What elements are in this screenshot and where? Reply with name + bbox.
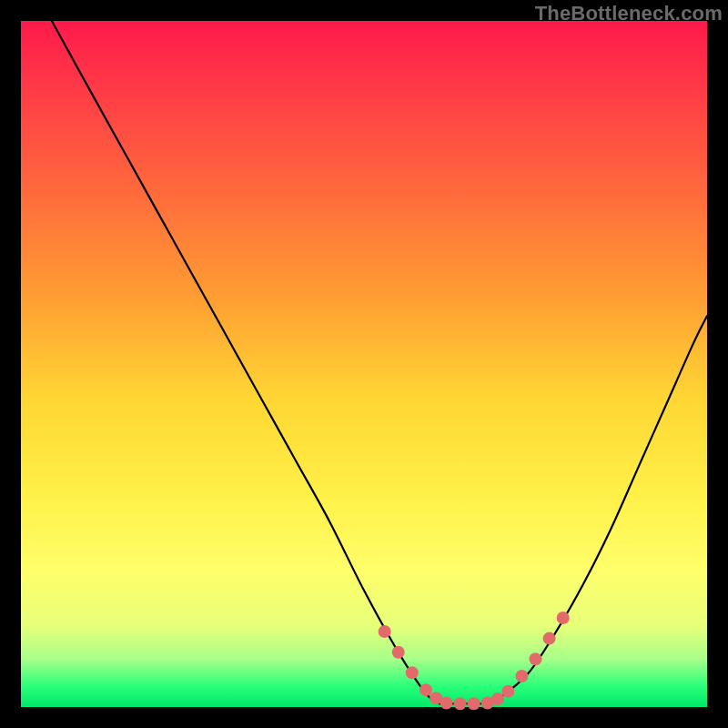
marker-dot bbox=[392, 646, 405, 659]
marker-dot bbox=[557, 612, 570, 624]
marker-dots bbox=[379, 612, 570, 710]
plot-area bbox=[21, 21, 707, 707]
curve-layer bbox=[21, 21, 707, 707]
watermark-text: TheBottleneck.com bbox=[535, 2, 723, 25]
marker-dot bbox=[440, 696, 452, 709]
marker-dot bbox=[454, 697, 467, 710]
marker-dot bbox=[501, 685, 514, 698]
chart-frame: TheBottleneck.com bbox=[0, 0, 728, 728]
marker-dot bbox=[543, 632, 556, 645]
marker-dot bbox=[379, 625, 391, 638]
left-curve-line bbox=[52, 21, 440, 703]
marker-dot bbox=[468, 697, 480, 710]
marker-dot bbox=[420, 683, 432, 696]
marker-dot bbox=[530, 652, 542, 665]
marker-dot bbox=[406, 666, 419, 679]
right-curve-line bbox=[488, 316, 707, 703]
marker-dot bbox=[491, 693, 504, 705]
marker-dot bbox=[515, 670, 528, 682]
